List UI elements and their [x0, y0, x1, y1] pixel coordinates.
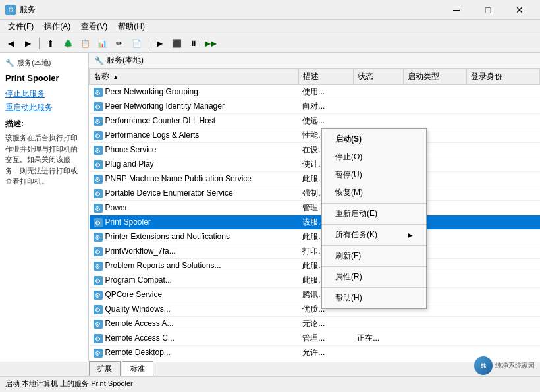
context-menu-item[interactable]: 停止(O) [322, 148, 426, 166]
cell-logon [467, 128, 540, 143]
maximize-button[interactable]: □ [473, 0, 503, 20]
context-menu-item-label: 恢复(M) [335, 187, 363, 198]
table-row[interactable]: Problem Reports and Solutions...此服... [90, 259, 540, 273]
minimize-button[interactable]: ─ [441, 0, 472, 20]
table-row[interactable]: Plug and Play使计...正在... [90, 157, 540, 172]
table-row[interactable]: Remote Access A...无论... [90, 317, 540, 331]
toolbar-sep1 [39, 38, 40, 49]
toolbar-btn6[interactable]: 📄 [128, 36, 144, 51]
cell-logon [467, 317, 540, 331]
col-header-status[interactable]: 状态 [353, 69, 403, 85]
restart-service-link[interactable]: 重启动此服务 [5, 102, 83, 113]
service-icon [94, 291, 103, 300]
service-icon [94, 102, 103, 111]
table-row[interactable]: PrintWorkflow_7fa...打印... [90, 244, 540, 259]
cell-name: Remote Desktop... [90, 346, 299, 360]
toolbar-back[interactable]: ◀ [3, 36, 18, 51]
menu-action[interactable]: 操作(A) [39, 20, 76, 34]
context-menu-item-label: 帮助(H) [335, 293, 362, 304]
sidebar-icon: 🔧 [5, 59, 14, 67]
tab-standard[interactable]: 标准 [122, 361, 153, 376]
toolbar-show-hide-tree[interactable]: 🌲 [60, 36, 76, 51]
sidebar-header-text: 服务(本地) [17, 58, 51, 68]
cell-start [403, 99, 467, 114]
cell-name: Program Compat... [90, 273, 299, 288]
toolbar-btn4[interactable]: 📊 [94, 36, 110, 51]
toolbar-forward[interactable]: ▶ [20, 36, 36, 51]
context-menu-item[interactable]: 恢复(M) [322, 184, 426, 202]
toolbar-up[interactable]: ⬆ [43, 36, 59, 51]
context-menu-item[interactable]: 帮助(H) [322, 289, 426, 307]
service-icon [94, 233, 103, 242]
context-menu-item[interactable]: 属性(R) [322, 268, 426, 286]
status-bar: 启动 本地计算机 上的服务 Print Spooler [0, 376, 540, 391]
close-button[interactable]: ✕ [504, 0, 535, 20]
table-row[interactable]: Performance Logs & Alerts性能... [90, 128, 540, 143]
cell-logon [467, 302, 540, 317]
context-menu-item[interactable]: 暂停(U) [322, 166, 426, 184]
col-header-logon[interactable]: 登录身份 [467, 69, 540, 85]
service-icon [94, 131, 103, 140]
sidebar: 🔧 服务(本地) Print Spooler 停止此服务 重启动此服务 描述: … [0, 53, 89, 362]
service-icon [94, 204, 103, 213]
toolbar-start[interactable]: ▶ [151, 36, 167, 51]
cell-name: Remote Access A... [90, 317, 299, 331]
context-menu-separator [322, 224, 426, 225]
table-row[interactable]: Power管理...正在... [90, 201, 540, 215]
table: 名称 ▲ 描述 状态 启动类型 登录身份 Peer Networking Gro… [89, 69, 540, 360]
toolbar-pause[interactable]: ⏸ [186, 36, 202, 51]
cell-name: PNRP Machine Name Publication Service [90, 172, 299, 186]
context-menu-separator [322, 287, 426, 288]
toolbar-restart[interactable]: ▶▶ [203, 36, 219, 51]
menu-help[interactable]: 帮助(H) [113, 20, 150, 34]
cell-name: QPCore Service [90, 288, 299, 302]
cell-name: Problem Reports and Solutions... [90, 259, 299, 273]
toolbar-stop[interactable]: ⬛ [169, 36, 184, 51]
service-icon [94, 88, 103, 97]
toolbar-btn5[interactable]: ✏ [111, 36, 127, 51]
table-row[interactable]: Remote Access C...管理...正在... [90, 331, 540, 346]
table-row[interactable]: Phone Service在设... [90, 143, 540, 157]
service-icon [94, 175, 103, 184]
service-icon [94, 189, 103, 198]
menu-view[interactable]: 查看(V) [76, 20, 113, 34]
col-header-desc[interactable]: 描述 [298, 69, 353, 85]
stop-service-link[interactable]: 停止此服务 [5, 88, 83, 99]
context-menu-item[interactable]: 刷新(F) [322, 247, 426, 265]
context-menu-item-label: 所有任务(K) [335, 229, 377, 240]
context-menu-item[interactable]: 启动(S) [322, 130, 426, 148]
sidebar-header: 🔧 服务(本地) [5, 58, 83, 68]
cell-status [353, 317, 403, 331]
table-row[interactable]: Printer Extensions and Notifications此服..… [90, 230, 540, 244]
service-icon [94, 334, 103, 343]
table-row[interactable]: Program Compat...此服...正在... [90, 273, 540, 288]
table-row[interactable]: Remote Desktop...允许... [90, 346, 540, 360]
context-menu-separator [322, 245, 426, 246]
cell-start [403, 114, 467, 128]
menu-bar: 文件(F) 操作(A) 查看(V) 帮助(H) [0, 20, 540, 34]
context-menu-item[interactable]: 所有任务(K)▶ [322, 226, 426, 244]
cell-logon [467, 273, 540, 288]
tab-bar: 扩展 标准 [0, 362, 540, 376]
table-row[interactable]: Print Spooler该服...正在... [90, 215, 540, 230]
sidebar-service-name: Print Spooler [5, 73, 83, 83]
menu-file[interactable]: 文件(F) [3, 20, 39, 34]
context-menu-item-label: 重新启动(E) [335, 208, 377, 219]
table-row[interactable]: Peer Networking Grouping使用... [90, 85, 540, 99]
window-title: 服务 [20, 4, 441, 15]
tab-extended[interactable]: 扩展 [89, 361, 121, 376]
table-row[interactable]: Peer Networking Identity Manager向对... [90, 99, 540, 114]
table-row[interactable]: Quality Windows...优质... [90, 302, 540, 317]
table-row[interactable]: Performance Counter DLL Host使远... [90, 114, 540, 128]
toolbar-btn3[interactable]: 📋 [77, 36, 93, 51]
table-row[interactable]: PNRP Machine Name Publication Service此服.… [90, 172, 540, 186]
table-row[interactable]: QPCore Service腾讯...正在... [90, 288, 540, 302]
content-header: 🔧 服务(本地) [89, 53, 540, 69]
table-row[interactable]: Portable Device Enumerator Service强制... [90, 186, 540, 201]
cell-name: Phone Service [90, 143, 299, 157]
toolbar: ◀ ▶ ⬆ 🌲 📋 📊 ✏ 📄 ▶ ⬛ ⏸ ▶▶ [0, 34, 540, 53]
context-menu-item[interactable]: 重新启动(E) [322, 205, 426, 223]
col-header-name[interactable]: 名称 ▲ [90, 69, 299, 85]
col-header-start[interactable]: 启动类型 [403, 69, 467, 85]
app-icon: ⚙ [5, 5, 16, 15]
